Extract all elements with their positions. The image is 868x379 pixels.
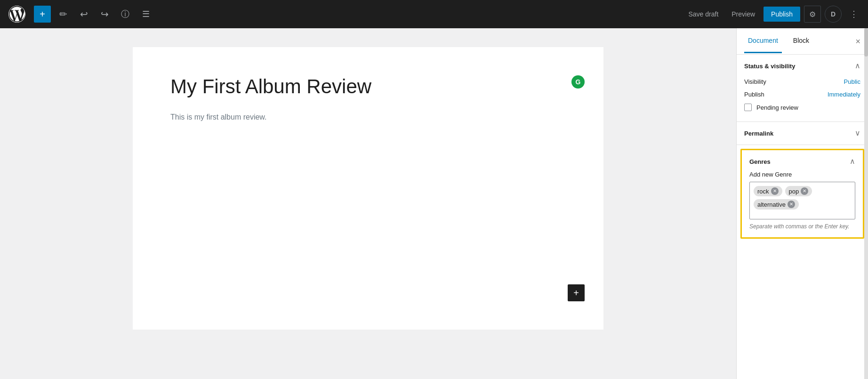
user-avatar-button[interactable]: D: [825, 6, 842, 23]
pending-review-label: Pending review: [756, 104, 798, 111]
genre-tag-alternative-label: alternative: [757, 201, 786, 208]
sidebar-scrollbar-thumb[interactable]: [864, 28, 868, 56]
wp-logo: [6, 0, 28, 28]
settings-button[interactable]: ⚙: [804, 6, 821, 23]
status-visibility-collapse-button[interactable]: ∧: [855, 62, 860, 70]
preview-button[interactable]: Preview: [727, 8, 760, 21]
info-button[interactable]: ⓘ: [117, 6, 134, 23]
genre-tag-pop-label: pop: [789, 188, 799, 195]
editor-content: G My First Album Review This is my first…: [133, 47, 603, 330]
sidebar-close-button[interactable]: ×: [855, 37, 860, 46]
save-draft-button[interactable]: Save draft: [683, 8, 723, 21]
visibility-label: Visibility: [744, 78, 766, 85]
redo-button[interactable]: ↪: [96, 6, 113, 23]
genre-tag-alternative: alternative ✕: [754, 199, 799, 210]
genre-remove-rock-button[interactable]: ✕: [771, 187, 779, 195]
editor-area: G My First Album Review This is my first…: [0, 28, 736, 379]
add-genre-label: Add new Genre: [749, 171, 855, 178]
main-layout: G My First Album Review This is my first…: [0, 28, 868, 379]
genres-title: Genres: [749, 158, 771, 165]
genre-tag-rock: rock ✕: [754, 186, 782, 196]
genre-remove-pop-button[interactable]: ✕: [801, 187, 808, 195]
add-block-button[interactable]: +: [34, 6, 51, 23]
status-visibility-title: Status & visibility: [744, 63, 795, 70]
genres-input-area[interactable]: rock ✕ pop ✕ alternative ✕: [749, 182, 855, 219]
list-view-button[interactable]: ☰: [137, 6, 154, 23]
publish-value[interactable]: Immediately: [828, 91, 860, 98]
genres-section: Genres ∧ Add new Genre rock ✕ pop ✕ alte…: [740, 149, 864, 239]
edit-button[interactable]: ✏: [55, 6, 72, 23]
tab-block[interactable]: Block: [789, 29, 813, 53]
sidebar-tabs: Document Block ×: [737, 28, 868, 55]
visibility-row: Visibility Public: [744, 75, 860, 88]
sidebar-scrollbar-track[interactable]: [864, 28, 868, 379]
status-visibility-header: Status & visibility ∧: [744, 62, 860, 70]
genre-remove-alternative-button[interactable]: ✕: [788, 201, 795, 208]
genre-tag-rock-label: rock: [757, 188, 769, 195]
more-options-button[interactable]: ⋮: [845, 6, 862, 23]
add-block-inline-button[interactable]: +: [568, 284, 585, 301]
permalink-title: Permalink: [744, 130, 773, 137]
grammarly-icon[interactable]: G: [571, 75, 585, 89]
permalink-collapse-button[interactable]: ∨: [855, 129, 860, 137]
status-visibility-section: Status & visibility ∧ Visibility Public …: [737, 55, 868, 122]
toolbar: + ✏ ↩ ↪ ⓘ ☰ Save draft Preview Publish ⚙…: [0, 0, 868, 28]
post-body[interactable]: This is my first album review.: [170, 113, 566, 121]
sidebar: Document Block × Status & visibility ∧ V…: [736, 28, 868, 379]
genres-hint: Separate with commas or the Enter key.: [749, 223, 855, 230]
pending-review-row: Pending review: [744, 101, 860, 114]
publish-label: Publish: [744, 91, 764, 98]
genre-tag-pop: pop ✕: [785, 186, 812, 196]
permalink-header: Permalink ∨: [744, 129, 860, 137]
toolbar-right: Save draft Preview Publish ⚙ D ⋮: [683, 6, 862, 23]
undo-button[interactable]: ↩: [75, 6, 92, 23]
publish-button[interactable]: Publish: [764, 7, 800, 22]
visibility-value[interactable]: Public: [844, 78, 860, 85]
genres-collapse-button[interactable]: ∧: [850, 158, 855, 165]
tab-document[interactable]: Document: [744, 29, 782, 53]
permalink-section: Permalink ∨: [737, 122, 868, 145]
genres-header: Genres ∧: [749, 158, 855, 165]
publish-row: Publish Immediately: [744, 88, 860, 101]
pending-review-checkbox[interactable]: [744, 104, 752, 111]
post-title[interactable]: My First Album Review: [170, 75, 566, 98]
